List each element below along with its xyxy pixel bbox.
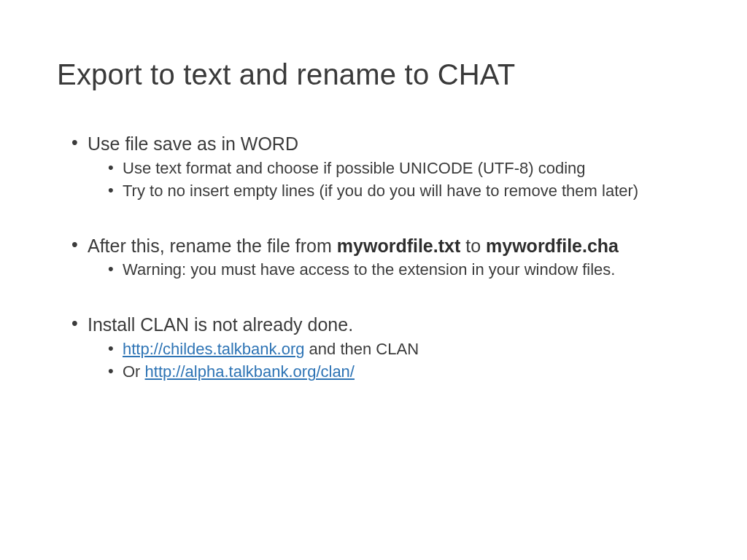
sub-item-1b: Try to no insert empty lines (if you do …	[108, 180, 676, 202]
bullet-2-prefix: After this, rename the file from	[88, 236, 337, 256]
link-alpha-clan[interactable]: http://alpha.talkbank.org/clan/	[145, 362, 355, 381]
bullet-2-bold1: mywordfile.txt	[337, 236, 460, 256]
sub-list-3: http://childes.talkbank.org and then CLA…	[88, 338, 676, 383]
sub-item-1a: Use text format and choose if possible U…	[108, 158, 676, 179]
sub-item-3b: Or http://alpha.talkbank.org/clan/	[108, 361, 676, 383]
sub-item-3a: http://childes.talkbank.org and then CLA…	[108, 338, 676, 360]
bullet-3-text: Install CLAN is not already done.	[88, 314, 353, 335]
bullet-list: Use file save as in WORD Use text format…	[57, 132, 690, 383]
bullet-item-1: Use file save as in WORD Use text format…	[71, 132, 676, 202]
bullet-1-text: Use file save as in WORD	[88, 133, 298, 154]
slide-body: Export to text and rename to CHAT Use fi…	[0, 0, 747, 560]
sub-3b-prefix: Or	[123, 362, 145, 381]
bullet-2-mid: to	[460, 236, 486, 256]
sub-list-1: Use text format and choose if possible U…	[88, 158, 676, 202]
bullet-2-bold2: mywordfile.cha	[486, 236, 619, 256]
sub-list-2: Warning: you must have access to the ext…	[88, 259, 676, 281]
link-childes[interactable]: http://childes.talkbank.org	[123, 340, 304, 358]
sub-3a-tail: and then CLAN	[304, 340, 419, 358]
spacer	[71, 284, 676, 310]
bullet-item-2: After this, rename the file from mywordf…	[71, 234, 676, 281]
bullet-item-3: Install CLAN is not already done. http:/…	[71, 313, 676, 383]
spacer	[71, 205, 676, 231]
slide-title: Export to text and rename to CHAT	[57, 58, 690, 91]
sub-item-2a: Warning: you must have access to the ext…	[108, 259, 676, 281]
